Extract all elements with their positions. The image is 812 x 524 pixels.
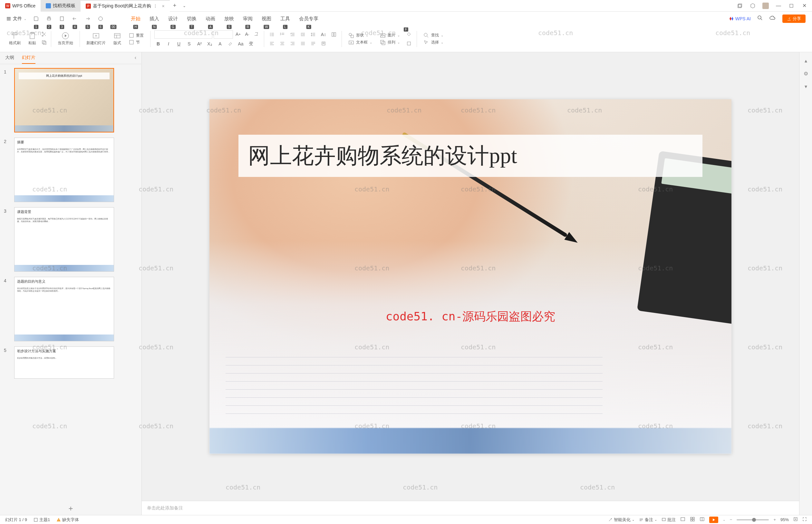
- reset-button[interactable]: 重置: [126, 33, 146, 38]
- wps-ai-button[interactable]: WPS AI: [729, 16, 751, 21]
- layout-group[interactable]: 版式: [111, 32, 124, 46]
- expand-button[interactable]: [802, 517, 807, 522]
- format-brush-group[interactable]: 格式刷: [6, 32, 23, 46]
- tab-review[interactable]: 审阅R: [243, 15, 253, 23]
- file-menu[interactable]: 文件 ⌄ F: [6, 16, 27, 21]
- underline-button[interactable]: U: [175, 40, 183, 48]
- view-normal-icon[interactable]: [680, 517, 685, 523]
- numbering-button[interactable]: 12: [278, 31, 286, 38]
- tab-start[interactable]: 开始H: [131, 15, 140, 23]
- status-notes[interactable]: 备注⌄: [639, 517, 657, 523]
- quick-undo[interactable]: 4: [70, 14, 79, 23]
- notes-bar[interactable]: 单击此处添加备注: [142, 501, 799, 515]
- thumbnail-4[interactable]: 选题的目的与意义 本次研究的意义就在于充分利用所学的专业知识和技术，设计并实现一…: [14, 277, 114, 341]
- textbox-button[interactable]: A文本框⌄: [346, 39, 375, 46]
- zoom-percent[interactable]: 95%: [780, 517, 789, 522]
- align-left-button[interactable]: [268, 39, 276, 47]
- cloud-icon[interactable]: [769, 15, 776, 22]
- new-slide-group[interactable]: 新建幻灯片: [84, 32, 108, 46]
- tab-wps-office[interactable]: W WPS Office: [0, 0, 40, 12]
- align-justify-button[interactable]: [299, 39, 307, 47]
- minimize-button[interactable]: —: [775, 2, 782, 10]
- align-center-button[interactable]: [278, 39, 286, 47]
- tab-template[interactable]: 找稻壳模板: [40, 0, 81, 12]
- share-button[interactable]: 分享: [782, 15, 806, 23]
- font-color-button[interactable]: A: [216, 40, 224, 48]
- status-theme[interactable]: 主题1: [34, 517, 50, 523]
- columns-button[interactable]: [330, 31, 338, 38]
- font-decrease[interactable]: A-: [243, 30, 251, 38]
- thumbnail-1[interactable]: 网上花卉购物系统的设计ppt: [14, 68, 114, 132]
- font-clear[interactable]: [252, 30, 260, 38]
- tab-insert[interactable]: 插入N: [150, 15, 159, 23]
- rside-down-icon[interactable]: ▾: [801, 82, 810, 91]
- collapse-icon[interactable]: ‹: [135, 55, 136, 61]
- vertical-align-button[interactable]: [320, 39, 327, 47]
- quick-6[interactable]: 6: [96, 14, 105, 23]
- image-button[interactable]: 图片⌄: [377, 33, 402, 38]
- quick-print[interactable]: 2: [45, 14, 53, 23]
- align-right-button[interactable]: [289, 39, 296, 47]
- slide-title-box[interactable]: 网上花卉购物系统的设计ppt: [238, 135, 702, 177]
- cube-icon[interactable]: [749, 2, 757, 10]
- zoom-slider[interactable]: [736, 519, 769, 521]
- bullets-button[interactable]: [268, 31, 276, 38]
- select-button[interactable]: 选择⌄: [421, 39, 446, 46]
- window-multi-icon[interactable]: [736, 2, 744, 10]
- thumbnail-5[interactable]: 初步设计方法与实施方案 初步采用面向对象的设计方法，采用B/S架构...: [14, 346, 114, 379]
- quick-save[interactable]: 1: [32, 14, 40, 23]
- line-spacing-button[interactable]: [309, 31, 317, 38]
- fill-button[interactable]: [405, 31, 413, 38]
- outline-button[interactable]: [405, 39, 413, 47]
- indent-right-button[interactable]: [299, 31, 307, 38]
- rside-up-icon[interactable]: ▴: [801, 56, 810, 65]
- tab-dropdown-button[interactable]: ⌄: [180, 3, 189, 8]
- copy-button[interactable]: [41, 39, 47, 47]
- shape-button[interactable]: 形状⌄: [346, 33, 375, 38]
- font-size-select[interactable]: [214, 30, 233, 39]
- paste-group[interactable]: 粘贴: [26, 32, 39, 46]
- indent-left-button[interactable]: [289, 31, 296, 38]
- view-reading-icon[interactable]: [699, 517, 705, 523]
- from-current-group[interactable]: 当页开始: [55, 32, 76, 46]
- find-button[interactable]: 查找⌄: [421, 33, 446, 38]
- thumbnail-2[interactable]: 摘要 在中国经济飞速发展的今天，信息管理系统在各个领域都得到了广泛的应用，网上花…: [14, 137, 114, 202]
- superscript-button[interactable]: A²: [196, 40, 203, 48]
- font-increase[interactable]: A+: [234, 30, 242, 38]
- avatar-icon[interactable]: [762, 2, 769, 10]
- zoom-out-button[interactable]: −: [730, 517, 732, 522]
- quick-print-preview[interactable]: 3: [57, 14, 66, 23]
- tab-vip[interactable]: 会员专享K: [299, 15, 318, 23]
- tab-outline[interactable]: 大纲: [5, 55, 14, 64]
- maximize-button[interactable]: [788, 2, 795, 10]
- status-comments[interactable]: 批注: [662, 517, 676, 523]
- status-missing-font[interactable]: !缺失字体: [56, 517, 79, 523]
- quick-redo[interactable]: 5: [83, 14, 92, 23]
- tab-slides[interactable]: 幻灯片: [22, 55, 35, 64]
- rside-options-icon[interactable]: ⚙: [801, 69, 810, 78]
- slide-canvas[interactable]: 网上花卉购物系统的设计ppt code51. cn-源码乐园盗图必究: [210, 99, 731, 454]
- search-icon[interactable]: [757, 15, 763, 22]
- tab-transition[interactable]: 切换T: [187, 15, 197, 23]
- tab-animation[interactable]: 动画A: [205, 15, 215, 23]
- text-direction-button[interactable]: A↕: [320, 31, 327, 38]
- tab-tools[interactable]: 工具L: [280, 15, 290, 23]
- play-dropdown[interactable]: ⌄: [723, 518, 725, 521]
- close-button[interactable]: ✕: [800, 2, 808, 10]
- arrange-button[interactable]: 排列⌄: [377, 39, 402, 46]
- play-slideshow-button[interactable]: [709, 517, 718, 523]
- subscript-button[interactable]: X₂: [206, 40, 214, 48]
- tab-slideshow[interactable]: 放映S: [224, 15, 234, 23]
- tab-view[interactable]: 视图W: [262, 15, 271, 23]
- view-sorter-icon[interactable]: [690, 517, 695, 523]
- thumbnail-3[interactable]: 课题背景 随着互联网技术的飞速发展和普及，电子商务已经成为人们日常生活中不可或缺…: [14, 207, 114, 272]
- bold-button[interactable]: B: [154, 40, 162, 48]
- status-beautify[interactable]: 智能美化⌄: [608, 517, 634, 523]
- tab-add-button[interactable]: +: [170, 2, 180, 9]
- highlight-button[interactable]: [227, 40, 234, 48]
- fit-button[interactable]: [793, 517, 798, 522]
- section-button[interactable]: 节: [126, 39, 146, 45]
- case-button[interactable]: Aa: [237, 40, 245, 48]
- align-distribute-button[interactable]: [309, 39, 317, 47]
- spacing-button[interactable]: 变: [247, 40, 255, 48]
